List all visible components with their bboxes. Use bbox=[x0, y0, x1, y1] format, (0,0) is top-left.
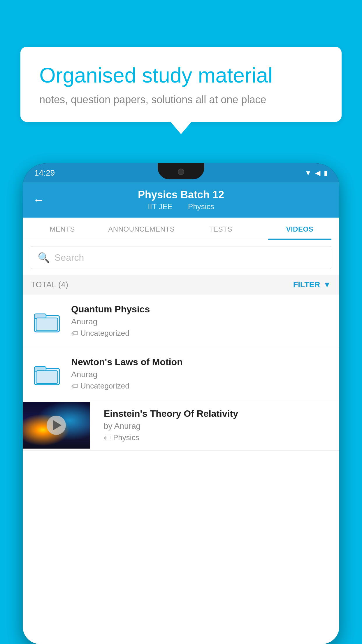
filter-icon: ▼ bbox=[323, 280, 331, 289]
video-author: Anurag bbox=[71, 370, 331, 379]
signal-icon: ◀ bbox=[315, 169, 320, 177]
front-camera bbox=[178, 169, 184, 175]
video-tag: 🏷 Uncategorized bbox=[71, 382, 331, 391]
speech-bubble-container: Organised study material notes, question… bbox=[20, 47, 342, 122]
tab-ments[interactable]: MENTS bbox=[23, 218, 102, 240]
tab-bar: MENTS ANNOUNCEMENTS TESTS VIDEOS bbox=[23, 218, 339, 240]
play-button[interactable] bbox=[47, 416, 66, 435]
status-bar: 14:29 ▼ ◀ ▮ bbox=[23, 163, 339, 182]
svg-rect-2 bbox=[36, 318, 58, 331]
list-item[interactable]: Einstein's Theory Of Relativity by Anura… bbox=[23, 400, 339, 451]
video-author: Anurag bbox=[71, 317, 331, 326]
speech-bubble-subtext: notes, question papers, solutions all at… bbox=[39, 94, 323, 106]
subtitle-physics: Physics bbox=[188, 202, 214, 211]
subtitle-iit: IIT JEE bbox=[148, 202, 173, 211]
search-icon: 🔍 bbox=[38, 252, 50, 263]
header-row: ← Physics Batch 12 IIT JEE Physics bbox=[31, 189, 331, 211]
tag-icon: 🏷 bbox=[71, 382, 78, 390]
video-folder-thumb bbox=[31, 360, 63, 387]
phone-frame: 14:29 ▼ ◀ ▮ ← Physics Batch 12 IIT JEE P… bbox=[23, 163, 339, 644]
video-folder-thumb bbox=[31, 308, 63, 334]
search-bar-container: 🔍 Search bbox=[23, 240, 339, 275]
tag-label: Physics bbox=[113, 433, 139, 442]
wifi-icon: ▼ bbox=[305, 169, 312, 177]
batch-title: Physics Batch 12 bbox=[49, 189, 313, 201]
batch-subtitle: IIT JEE Physics bbox=[49, 202, 313, 211]
video-tag: 🏷 Uncategorized bbox=[71, 329, 331, 338]
notch bbox=[158, 163, 204, 179]
total-count: TOTAL (4) bbox=[31, 280, 68, 289]
svg-rect-5 bbox=[36, 371, 58, 384]
filter-label: FILTER bbox=[293, 280, 320, 289]
back-button[interactable]: ← bbox=[31, 192, 49, 208]
status-icons: ▼ ◀ ▮ bbox=[305, 169, 328, 177]
tag-icon: 🏷 bbox=[104, 434, 111, 442]
video-thumbnail bbox=[23, 402, 90, 449]
filter-button[interactable]: FILTER ▼ bbox=[293, 280, 331, 289]
video-tag: 🏷 Physics bbox=[104, 433, 333, 442]
list-item[interactable]: Newton's Laws of Motion Anurag 🏷 Uncateg… bbox=[23, 347, 339, 400]
tab-tests[interactable]: TESTS bbox=[181, 218, 260, 240]
video-title: Einstein's Theory Of Relativity bbox=[104, 408, 333, 419]
video-list: Quantum Physics Anurag 🏷 Uncategorized bbox=[23, 295, 339, 644]
video-info: Quantum Physics Anurag 🏷 Uncategorized bbox=[71, 304, 331, 338]
list-item[interactable]: Quantum Physics Anurag 🏷 Uncategorized bbox=[23, 295, 339, 347]
status-time: 14:29 bbox=[34, 168, 55, 178]
video-author: by Anurag bbox=[104, 421, 333, 431]
speech-bubble: Organised study material notes, question… bbox=[20, 47, 342, 122]
video-title: Quantum Physics bbox=[71, 304, 331, 315]
tab-videos[interactable]: VIDEOS bbox=[260, 218, 340, 240]
header-title-area: Physics Batch 12 IIT JEE Physics bbox=[49, 189, 313, 211]
app-header: ← Physics Batch 12 IIT JEE Physics bbox=[23, 182, 339, 218]
video-info: Newton's Laws of Motion Anurag 🏷 Uncateg… bbox=[71, 357, 331, 391]
filter-row: TOTAL (4) FILTER ▼ bbox=[23, 275, 339, 295]
play-triangle-icon bbox=[53, 420, 61, 430]
app-content: ← Physics Batch 12 IIT JEE Physics MENTS… bbox=[23, 182, 339, 644]
battery-icon: ▮ bbox=[324, 169, 328, 177]
tab-announcements[interactable]: ANNOUNCEMENTS bbox=[102, 218, 181, 240]
speech-bubble-heading: Organised study material bbox=[39, 63, 323, 88]
search-placeholder: Search bbox=[55, 252, 84, 263]
tag-icon: 🏷 bbox=[71, 329, 78, 337]
tag-label: Uncategorized bbox=[80, 382, 129, 391]
video-info: Einstein's Theory Of Relativity by Anura… bbox=[98, 400, 339, 450]
tag-label: Uncategorized bbox=[80, 329, 129, 338]
search-bar[interactable]: 🔍 Search bbox=[30, 246, 332, 269]
video-title: Newton's Laws of Motion bbox=[71, 357, 331, 368]
